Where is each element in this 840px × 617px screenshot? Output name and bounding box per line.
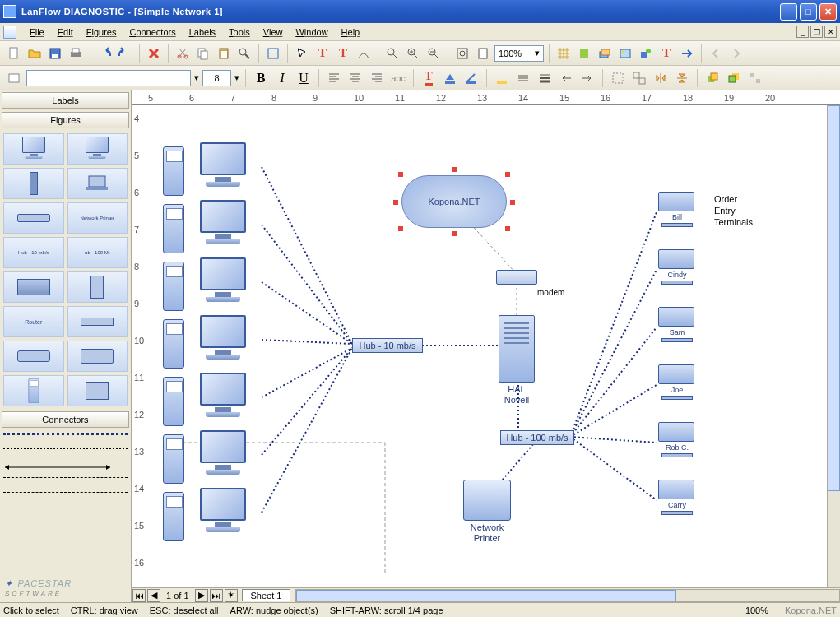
sheet-add[interactable]: ✶ <box>225 589 238 602</box>
conn-dots[interactable] <box>3 448 128 456</box>
arrow-start[interactable] <box>557 69 575 87</box>
fig-switch[interactable] <box>67 306 128 337</box>
zoom-tool[interactable] <box>383 44 401 63</box>
minimize-button[interactable]: _ <box>780 3 797 21</box>
labels-header[interactable]: Labels <box>2 92 129 109</box>
menu-window[interactable]: Window <box>289 26 334 39</box>
zoom-in-button[interactable] <box>404 44 422 63</box>
cloud-kopona[interactable]: Kopona.NET <box>401 175 507 228</box>
text-tool[interactable]: T <box>313 44 332 63</box>
menu-tools[interactable]: Tools <box>222 26 257 39</box>
hub-10[interactable]: Hub - 10 mb/s <box>352 338 423 353</box>
front-button[interactable] <box>703 69 722 87</box>
terminal-cindy[interactable]: Cindy <box>658 249 696 292</box>
fig-phone[interactable] <box>3 375 64 406</box>
fig-nprinter[interactable]: Network Printer <box>67 202 128 234</box>
workstation-5[interactable] <box>196 373 250 422</box>
terminal-bill[interactable]: Bill <box>658 192 696 234</box>
style-drop[interactable] <box>5 69 23 87</box>
close-button[interactable]: ✕ <box>819 3 837 21</box>
underline-button[interactable]: U <box>295 69 313 87</box>
terminal-carry[interactable]: Carry <box>658 480 696 522</box>
redo-button[interactable] <box>116 44 134 63</box>
fwd-nav[interactable] <box>727 44 745 63</box>
mdi-close[interactable]: ✕ <box>824 26 837 38</box>
zoom-out-button[interactable] <box>425 44 443 63</box>
sheet-first[interactable]: ⏮ <box>132 589 146 602</box>
maximize-button[interactable]: □ <box>800 3 817 21</box>
fig-hub100[interactable]: ub - 100 Mt <box>67 237 128 268</box>
terminal-sam[interactable]: Sam <box>658 307 696 350</box>
terminal-robc[interactable]: Rob C. <box>658 422 696 465</box>
menu-file[interactable]: File <box>23 26 51 39</box>
undo-button[interactable] <box>95 44 114 63</box>
select-tool[interactable] <box>293 44 311 63</box>
fig-fax[interactable] <box>67 375 128 406</box>
font-combo[interactable] <box>26 70 191 86</box>
delete-button[interactable] <box>145 44 163 63</box>
fig-computer[interactable] <box>3 133 64 165</box>
image-button[interactable] <box>616 44 634 63</box>
fig-server[interactable] <box>67 133 128 165</box>
phone-4[interactable] <box>163 319 184 369</box>
menu-edit[interactable]: Edit <box>51 26 80 39</box>
workstation-3[interactable] <box>196 257 250 307</box>
snap-button[interactable] <box>575 44 593 63</box>
fillcolor-button[interactable] <box>441 69 459 87</box>
linestyle-button[interactable] <box>514 69 532 87</box>
font-size-combo[interactable] <box>202 70 231 86</box>
arrow-end[interactable] <box>578 69 596 87</box>
connector-tool[interactable] <box>355 44 373 63</box>
align-button[interactable] <box>746 69 764 87</box>
workstation-1[interactable] <box>196 142 250 192</box>
fig-hub10[interactable]: Hub - 10 mb/s <box>3 237 64 268</box>
phone-7[interactable] <box>163 492 184 541</box>
group-button[interactable] <box>609 69 627 87</box>
server-tower[interactable]: HALNovell <box>499 315 535 406</box>
phone-6[interactable] <box>163 434 184 484</box>
flip-v[interactable] <box>673 69 691 87</box>
menu-connectors[interactable]: Connectors <box>123 26 182 39</box>
sheet-prev[interactable]: ◀ <box>147 589 160 602</box>
diagram-canvas[interactable]: Kopona.NET modem HALNovell <box>146 105 827 587</box>
zoom-combo[interactable]: 100%▾ <box>494 45 544 62</box>
align-center[interactable] <box>346 69 364 87</box>
text-drop-button[interactable]: T <box>657 44 675 63</box>
bold-button[interactable]: B <box>252 69 270 87</box>
new-button[interactable] <box>5 44 23 63</box>
workstation-7[interactable] <box>196 488 250 537</box>
fullscreen-button[interactable] <box>264 44 282 63</box>
modem[interactable] <box>496 270 537 285</box>
ungroup-button[interactable] <box>630 69 648 87</box>
zoom-page-button[interactable] <box>474 44 492 63</box>
highlight-button[interactable] <box>493 69 511 87</box>
sheet-last[interactable]: ⏭ <box>210 589 223 602</box>
menu-help[interactable]: Help <box>335 26 367 39</box>
terminal-joe[interactable]: Joe <box>658 364 696 407</box>
workstation-4[interactable] <box>196 315 250 364</box>
paste-button[interactable] <box>215 44 233 63</box>
workstation-2[interactable] <box>196 200 250 249</box>
shapes-button[interactable] <box>637 44 655 63</box>
conn-dashdot[interactable] <box>3 492 128 500</box>
open-button[interactable] <box>26 44 44 63</box>
conn-arrow[interactable] <box>3 462 128 471</box>
find-button[interactable] <box>235 44 253 63</box>
save-button[interactable] <box>46 44 64 63</box>
back-button[interactable] <box>725 69 743 87</box>
fig-disk[interactable] <box>3 341 64 372</box>
mdi-restore[interactable]: ❐ <box>810 26 823 38</box>
fig-rack[interactable] <box>3 271 64 303</box>
align-left[interactable] <box>325 69 343 87</box>
sheet-next[interactable]: ▶ <box>195 589 208 602</box>
hub-100[interactable]: Hub - 100 mb/s <box>500 430 574 445</box>
connectors-header[interactable]: Connectors <box>2 411 129 428</box>
linecolor-button[interactable] <box>462 69 480 87</box>
menu-view[interactable]: View <box>257 26 290 39</box>
arrow-tool[interactable] <box>678 44 696 63</box>
phone-1[interactable] <box>163 146 184 196</box>
print-button[interactable] <box>67 44 85 63</box>
mdi-minimize[interactable]: _ <box>796 26 809 38</box>
cut-button[interactable] <box>174 44 192 63</box>
fig-tower[interactable] <box>3 168 64 199</box>
